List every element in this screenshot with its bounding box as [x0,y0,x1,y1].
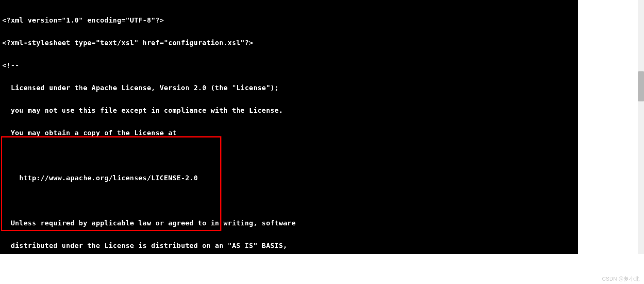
terminal-viewport[interactable]: <?xml version="1.0" encoding="UTF-8"?> <… [0,0,578,254]
watermark-text: CSDN @萝小北 [602,276,639,282]
code-line: distributed under the License is distrib… [2,242,576,249]
code-line: <!-- [2,62,576,69]
terminal-frame: <?xml version="1.0" encoding="UTF-8"?> <… [0,0,644,284]
code-line [2,197,576,204]
code-line: Unless required by applicable law or agr… [2,219,576,227]
code-line: You may obtain a copy of the License at [2,129,576,137]
scrollbar-track[interactable] [638,0,644,254]
scrollbar-thumb[interactable] [638,71,644,101]
code-line: <?xml version="1.0" encoding="UTF-8"?> [2,17,576,24]
code-line: you may not use this file except in comp… [2,107,576,114]
code-line: http://www.apache.org/licenses/LICENSE-2… [2,174,576,182]
code-line: Licensed under the Apache License, Versi… [2,84,576,92]
code-line [2,152,576,159]
code-line: <?xml-stylesheet type="text/xsl" href="c… [2,39,576,47]
code-line: WITHOUT WARRANTIES OR CONDITIONS OF ANY … [2,264,576,272]
